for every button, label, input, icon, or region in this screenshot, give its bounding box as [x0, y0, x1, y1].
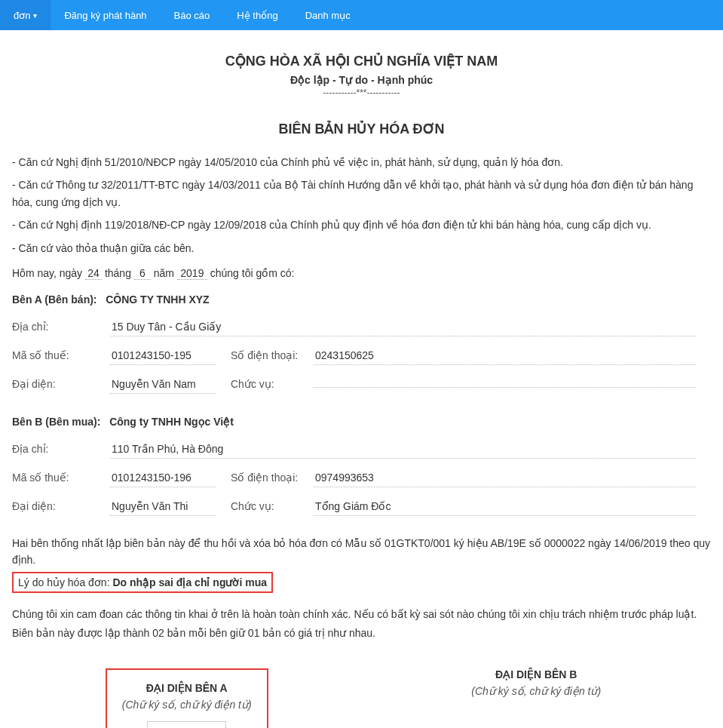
confirm-line: Biên bản này được lập thành 02 bản mỗi b… [12, 624, 711, 643]
label-position: Chức vụ: [231, 378, 314, 390]
party-a-title-row: Bên A (Bên bán): CÔNG TY TNHH XYZ [12, 293, 711, 306]
nav-item-bao-cao[interactable]: Báo cáo [161, 0, 224, 30]
party-a-label: Bên A (Bên bán): [12, 293, 97, 306]
party-a-tax[interactable]: 0101243150-195 [110, 346, 216, 365]
party-a-address[interactable]: 15 Duy Tân - Cầu Giấy [110, 318, 696, 336]
nav-item-he-thong[interactable]: Hệ thống [223, 0, 291, 30]
date-year[interactable]: 2019 [177, 267, 207, 280]
signature-a-sub: (Chữ ký số, chữ ký điện tử) [122, 699, 252, 711]
party-b-title-row: Bên B (Bên mua): Công ty TNHH Ngọc Việt [12, 416, 711, 428]
national-title: CỘNG HÒA XÃ HỘI CHỦ NGHĨA VIỆT NAM [12, 53, 711, 69]
party-a-phone[interactable]: 0243150625 [314, 346, 696, 365]
date-month-label: tháng [105, 267, 131, 279]
label-address: Địa chỉ: [12, 443, 110, 455]
party-b-tax[interactable]: 0101243150-196 [110, 468, 216, 487]
nav-item-label: đơn [14, 10, 30, 21]
signature-a-highlight: ĐẠI DIỆN BÊN A (Chữ ký số, chữ ký điện t… [106, 668, 268, 728]
label-rep: Đại diện: [12, 378, 110, 390]
party-b-company: Công ty TNHH Ngọc Việt [109, 416, 234, 428]
header-divider: -----------***----------- [12, 88, 711, 98]
confirm-text: Chúng tôi xin cam đoan các thông tin kha… [12, 605, 711, 643]
basis-line: - Căn cứ Nghị định 51/2010/NĐCP ngày 14/… [12, 154, 711, 170]
signature-a-title: ĐẠI DIỆN BÊN A [122, 682, 252, 694]
cancel-reason-label: Lý do hủy hóa đơn: [18, 576, 112, 588]
party-b-position[interactable]: Tổng Giám Đốc [314, 497, 696, 516]
label-phone: Số điện thoại: [231, 349, 314, 361]
party-a-position[interactable] [314, 381, 696, 388]
party-b-label: Bên B (Bên mua): [12, 416, 100, 428]
label-address: Địa chỉ: [12, 321, 110, 333]
nav-item-don[interactable]: đơn ▾ [0, 0, 51, 30]
basis-line: - Căn cứ vào thỏa thuận giữa các bên. [12, 240, 711, 256]
document-body: CỘNG HÒA XÃ HỘI CHỦ NGHĨA VIỆT NAM Độc l… [0, 30, 723, 728]
date-prefix: Hôm nay, ngày [12, 267, 82, 279]
date-line: Hôm nay, ngày 24 tháng 6 năm 2019 chúng … [12, 267, 711, 280]
date-month[interactable]: 6 [134, 267, 151, 280]
basis-line: - Căn cứ Nghị định 119/2018/NĐ-CP ngày 1… [12, 217, 711, 233]
document-title: BIÊN BẢN HỦY HÓA ĐƠN [12, 121, 711, 137]
party-b-rep[interactable]: Nguyễn Văn Thi [110, 497, 216, 516]
signature-party-a: ĐẠI DIỆN BÊN A (Chữ ký số, chữ ký điện t… [12, 668, 362, 728]
top-navbar: đơn ▾ Đăng ký phát hành Báo cáo Hệ thống… [0, 0, 723, 30]
label-position: Chức vụ: [231, 500, 314, 512]
signature-b-title: ĐẠI DIỆN BÊN B [362, 668, 712, 680]
chevron-down-icon: ▾ [33, 11, 37, 20]
party-a-rep[interactable]: Nguyễn Văn Nam [110, 375, 216, 394]
signature-area: ĐẠI DIỆN BÊN A (Chữ ký số, chữ ký điện t… [12, 668, 711, 728]
label-rep: Đại diện: [12, 500, 110, 512]
party-a-company: CÔNG TY TNHH XYZ [106, 293, 209, 306]
date-day[interactable]: 24 [85, 267, 102, 280]
cancel-reason-value: Do nhập sai địa chỉ người mua [112, 576, 267, 588]
label-tax: Mã số thuế: [12, 349, 110, 361]
confirm-line: Chúng tôi xin cam đoan các thông tin kha… [12, 605, 711, 624]
date-year-label: năm [154, 267, 174, 279]
legal-basis: - Căn cứ Nghị định 51/2010/NĐCP ngày 14/… [12, 154, 711, 256]
cancel-reason-box: Lý do hủy hóa đơn: Do nhập sai địa chỉ n… [12, 572, 273, 593]
nav-item-dang-ky[interactable]: Đăng ký phát hành [51, 0, 160, 30]
agreement-text: Hai bên thống nhất lập biên bản này để t… [12, 535, 711, 569]
signature-b-sub: (Chữ ký số, chữ ký điện tử) [362, 685, 712, 697]
digital-sign-button[interactable]: Ký điện tử [147, 721, 226, 728]
label-tax: Mã số thuế: [12, 472, 110, 484]
party-b-phone[interactable]: 0974993653 [314, 468, 696, 487]
signature-party-b: ĐẠI DIỆN BÊN B (Chữ ký số, chữ ký điện t… [362, 668, 712, 728]
basis-line: - Căn cứ Thông tư 32/2011/TT-BTC ngày 14… [12, 177, 711, 210]
party-b-address[interactable]: 110 Trần Phú, Hà Đông [110, 440, 696, 459]
date-suffix: chúng tôi gồm có: [210, 267, 295, 279]
label-phone: Số điện thoại: [231, 472, 314, 484]
national-motto: Độc lập - Tự do - Hạnh phúc [12, 74, 711, 86]
nav-item-danh-muc[interactable]: Danh mục [292, 0, 364, 30]
